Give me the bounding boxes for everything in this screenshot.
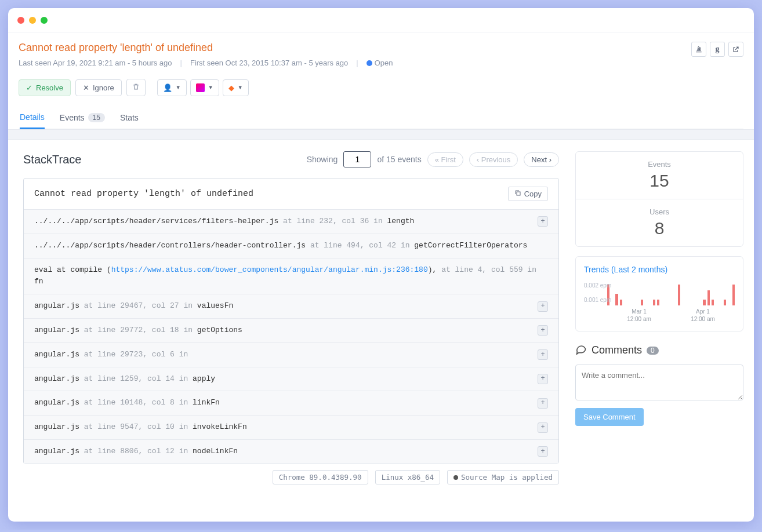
y-tick: 0.002 epm bbox=[584, 282, 611, 289]
expand-frame-button[interactable]: + bbox=[538, 216, 548, 227]
stack-frame: angular.js at line 8806, col 12 in nodeL… bbox=[24, 439, 558, 464]
chart-bar bbox=[641, 300, 643, 305]
copy-button[interactable]: Copy bbox=[508, 187, 548, 201]
integration-1-button[interactable]: 👤▼ bbox=[157, 79, 187, 96]
window-close-icon[interactable] bbox=[17, 17, 24, 24]
stack-frame: eval at compile (https://www.atatus.com/… bbox=[24, 258, 558, 294]
meta-separator: | bbox=[356, 59, 358, 67]
stack-frame: angular.js at line 29772, col 18 in getO… bbox=[24, 318, 558, 342]
stack-frame: angular.js at line 29467, col 27 in valu… bbox=[24, 294, 558, 318]
person-icon: 👤 bbox=[163, 83, 172, 92]
stack-frame: angular.js at line 9547, col 10 in invok… bbox=[24, 415, 558, 439]
status: Open bbox=[367, 59, 393, 67]
comment-icon bbox=[575, 343, 587, 358]
trends-chart: 0.002 epm 0.001 epm Mar 112:00 am Apr 11… bbox=[607, 282, 735, 323]
trends-title: Trends (Last 2 months) bbox=[584, 265, 735, 274]
chart-bar bbox=[703, 300, 705, 305]
trash-icon bbox=[132, 83, 140, 92]
users-stat-value: 8 bbox=[576, 218, 743, 238]
window-minimize-icon[interactable] bbox=[29, 17, 36, 24]
action-row: ✓ Resolve ✕ Ignore 👤▼ ▼ ◆▼ bbox=[19, 79, 743, 96]
chart-bar bbox=[653, 300, 655, 305]
expand-frame-button[interactable]: + bbox=[538, 398, 548, 409]
expand-frame-button[interactable]: + bbox=[538, 422, 548, 433]
tabs: Details Events 15 Stats bbox=[19, 107, 743, 129]
caret-down-icon: ▼ bbox=[176, 85, 181, 90]
y-tick: 0.001 epm bbox=[584, 297, 611, 303]
expand-frame-button[interactable]: + bbox=[538, 374, 548, 384]
chart-bar bbox=[712, 300, 714, 305]
events-stat-label: Events bbox=[576, 160, 743, 169]
resolve-button[interactable]: ✓ Resolve bbox=[19, 79, 71, 96]
stats-card: Events 15 Users 8 bbox=[575, 151, 743, 247]
comment-input[interactable] bbox=[575, 365, 743, 400]
of-events-label: of 15 events bbox=[377, 155, 421, 164]
stack-frame: angular.js at line 1259, col 14 in apply… bbox=[24, 367, 558, 391]
chart-bar bbox=[678, 285, 680, 305]
stack-frame: angular.js at line 29723, col 6 in + bbox=[24, 342, 558, 367]
window-zoom-icon[interactable] bbox=[41, 17, 48, 24]
caret-down-icon: ▼ bbox=[238, 85, 243, 90]
os-pill: Linux x86_64 bbox=[375, 470, 440, 484]
browser-pill: Chrome 89.0.4389.90 bbox=[273, 470, 368, 484]
titlebar bbox=[8, 8, 754, 32]
copy-icon bbox=[514, 190, 521, 198]
showing-label: Showing bbox=[307, 155, 338, 164]
expand-frame-button[interactable]: + bbox=[538, 325, 548, 336]
youtrack-icon bbox=[196, 83, 205, 92]
users-stat-label: Users bbox=[576, 207, 743, 216]
tab-events[interactable]: Events 15 bbox=[60, 107, 105, 129]
x-tick: Mar 112:00 am bbox=[627, 308, 651, 323]
meta-separator: | bbox=[180, 59, 182, 67]
caret-down-icon: ▼ bbox=[208, 85, 213, 90]
tab-details[interactable]: Details bbox=[20, 107, 45, 129]
stacktrace-heading: StackTrace bbox=[23, 153, 81, 166]
x-icon: ✕ bbox=[83, 83, 89, 92]
trends-card: Trends (Last 2 months) 0.002 epm 0.001 e… bbox=[575, 256, 743, 331]
integration-3-button[interactable]: ◆▼ bbox=[223, 79, 249, 96]
trace-box: Cannot read property 'length' of undefin… bbox=[23, 178, 559, 464]
save-comment-button[interactable]: Save Comment bbox=[575, 408, 644, 426]
chart-bar bbox=[620, 300, 622, 305]
check-icon: ✓ bbox=[26, 83, 32, 92]
status-dot-icon bbox=[367, 60, 372, 66]
gitlab-icon: ◆ bbox=[228, 83, 234, 92]
comments-heading: Comments 0 bbox=[575, 343, 743, 358]
svg-rect-0 bbox=[517, 192, 520, 195]
first-page-button[interactable]: « First bbox=[427, 152, 463, 167]
chart-bar bbox=[657, 300, 659, 305]
expand-frame-button[interactable]: + bbox=[538, 446, 548, 457]
expand-frame-button[interactable]: + bbox=[538, 301, 548, 312]
open-external-icon[interactable] bbox=[728, 42, 743, 57]
trace-footer: Chrome 89.0.4389.90 Linux x86_64 Source … bbox=[23, 464, 563, 484]
google-icon[interactable]: g bbox=[710, 42, 725, 57]
previous-page-button[interactable]: ‹ Previous bbox=[469, 152, 518, 167]
error-meta: Last seen Apr 19, 2021 9:21 am - 5 hours… bbox=[19, 59, 691, 67]
expand-frame-button[interactable]: + bbox=[538, 349, 548, 360]
tab-underbar bbox=[8, 129, 754, 140]
events-badge: 15 bbox=[88, 113, 105, 122]
page-input[interactable] bbox=[343, 151, 371, 167]
sourcemap-pill: Source Map is applied bbox=[447, 470, 559, 484]
integration-2-button[interactable]: ▼ bbox=[190, 79, 219, 96]
stackoverflow-icon[interactable] bbox=[691, 42, 706, 57]
chart-bar bbox=[732, 285, 735, 305]
dot-icon bbox=[453, 475, 458, 480]
chart-bar bbox=[707, 290, 710, 305]
chart-bar bbox=[615, 294, 618, 305]
delete-button[interactable] bbox=[126, 79, 146, 96]
ignore-button[interactable]: ✕ Ignore bbox=[75, 79, 122, 96]
trace-message: Cannot read property 'length' of undefin… bbox=[34, 189, 253, 199]
stack-frame: ../../../app/scripts/header/services/fil… bbox=[24, 209, 558, 234]
comments-count: 0 bbox=[647, 347, 659, 355]
next-page-button[interactable]: Next › bbox=[524, 152, 559, 167]
stack-frame: ../../../app/scripts/header/controllers/… bbox=[24, 234, 558, 258]
events-stat-value: 15 bbox=[576, 171, 743, 191]
pager: Showing of 15 events « First ‹ Previous … bbox=[307, 151, 559, 167]
stack-frame: angular.js at line 10148, col 8 in linkF… bbox=[24, 391, 558, 415]
tab-stats[interactable]: Stats bbox=[120, 107, 139, 129]
x-tick: Apr 112:00 am bbox=[691, 308, 715, 323]
error-title: Cannot read property 'length' of undefin… bbox=[19, 42, 691, 54]
chart-bar bbox=[724, 300, 726, 305]
last-seen: Last seen Apr 19, 2021 9:21 am - 5 hours… bbox=[19, 59, 172, 67]
